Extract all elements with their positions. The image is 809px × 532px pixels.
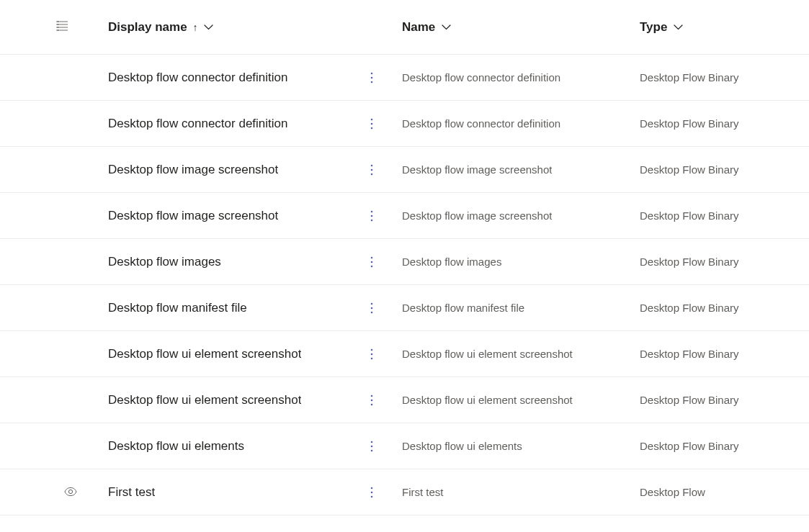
svg-point-15 <box>371 168 373 171</box>
name-cell: Desktop flow ui element screenshot <box>402 348 640 360</box>
svg-point-20 <box>371 256 373 258</box>
svg-point-12 <box>371 122 373 125</box>
more-actions-button[interactable] <box>365 252 379 272</box>
svg-point-5 <box>58 24 58 25</box>
displayname-text[interactable]: Desktop flow ui elements <box>108 439 244 454</box>
more-actions-button[interactable] <box>365 298 379 318</box>
svg-point-37 <box>371 491 373 493</box>
type-cell: Desktop Flow Binary <box>640 348 809 360</box>
filter-list-column <box>56 21 85 33</box>
table-row[interactable]: Desktop flow connector definitionDesktop… <box>0 101 809 147</box>
svg-point-16 <box>371 173 373 175</box>
name-text: Desktop flow manifest file <box>402 302 524 314</box>
type-cell: Desktop Flow Binary <box>640 394 809 406</box>
table-row[interactable]: Desktop flow manifest fileDesktop flow m… <box>0 285 809 331</box>
svg-point-28 <box>371 357 373 359</box>
table-header: Display name ↑ Name Type <box>0 0 809 55</box>
type-cell: Desktop Flow Binary <box>640 440 809 452</box>
name-cell: Desktop flow manifest file <box>402 302 640 314</box>
name-cell: Desktop flow image screenshot <box>402 163 640 176</box>
name-cell: Desktop flow ui elements <box>402 440 640 452</box>
more-actions-button[interactable] <box>365 114 379 134</box>
svg-point-32 <box>371 441 373 443</box>
svg-point-7 <box>58 30 58 31</box>
svg-point-23 <box>371 302 373 305</box>
column-header-name[interactable]: Name <box>402 20 640 35</box>
type-text: Desktop Flow Binary <box>640 256 739 268</box>
svg-point-29 <box>371 395 373 397</box>
name-cell: Desktop flow ui element screenshot <box>402 394 640 406</box>
table-row[interactable]: First testFirst testDesktop Flow <box>0 469 809 515</box>
type-cell: Desktop Flow Binary <box>640 71 809 84</box>
table-row[interactable]: Desktop flow ui element screenshotDeskto… <box>0 331 809 377</box>
displayname-text[interactable]: Desktop flow image screenshot <box>108 163 278 177</box>
table-row[interactable]: Desktop flow connector definitionDesktop… <box>0 55 809 101</box>
table-row[interactable]: Desktop flow ui element screenshotDeskto… <box>0 377 809 423</box>
svg-point-33 <box>371 445 373 447</box>
chevron-down-icon <box>441 22 451 32</box>
svg-point-25 <box>371 311 373 313</box>
svg-point-21 <box>371 261 373 263</box>
more-actions-button[interactable] <box>365 206 379 226</box>
data-table: Display name ↑ Name Type <box>0 0 809 515</box>
svg-point-10 <box>371 81 373 83</box>
chevron-down-icon <box>204 22 214 32</box>
more-actions-button[interactable] <box>365 390 379 410</box>
table-row[interactable]: Desktop flow ui elementsDesktop flow ui … <box>0 423 809 469</box>
name-text: Desktop flow image screenshot <box>402 209 552 222</box>
displayname-text[interactable]: Desktop flow connector definition <box>108 71 287 85</box>
svg-point-13 <box>371 127 373 129</box>
more-actions-button[interactable] <box>365 344 379 364</box>
column-header-type[interactable]: Type <box>640 20 809 35</box>
svg-point-30 <box>371 399 373 401</box>
type-cell: Desktop Flow Binary <box>640 117 809 130</box>
type-cell: Desktop Flow Binary <box>640 256 809 268</box>
more-actions-button[interactable] <box>365 482 379 502</box>
displayname-cell: Desktop flow ui element screenshot <box>85 344 402 364</box>
more-actions-button[interactable] <box>365 68 379 88</box>
svg-point-27 <box>371 353 373 355</box>
name-text: Desktop flow connector definition <box>402 71 560 84</box>
svg-point-6 <box>58 27 58 28</box>
displayname-text[interactable]: Desktop flow connector definition <box>108 117 287 131</box>
svg-point-34 <box>371 449 373 451</box>
type-text: Desktop Flow Binary <box>640 394 739 406</box>
svg-point-38 <box>371 495 373 497</box>
displayname-text[interactable]: Desktop flow image screenshot <box>108 209 278 223</box>
type-text: Desktop Flow Binary <box>640 71 739 84</box>
name-text: Desktop flow image screenshot <box>402 163 552 176</box>
displayname-text[interactable]: Desktop flow images <box>108 255 221 269</box>
type-text: Desktop Flow Binary <box>640 163 739 176</box>
column-header-displayname[interactable]: Display name ↑ <box>85 20 402 35</box>
row-visibility-cell <box>56 487 85 498</box>
displayname-cell: Desktop flow image screenshot <box>85 206 402 226</box>
displayname-text[interactable]: First test <box>108 485 155 500</box>
more-actions-button[interactable] <box>365 436 379 456</box>
type-cell: Desktop Flow <box>640 486 809 498</box>
type-cell: Desktop Flow Binary <box>640 163 809 176</box>
chevron-down-icon <box>673 22 683 32</box>
type-text: Desktop Flow Binary <box>640 209 739 222</box>
filter-list-icon[interactable] <box>56 21 68 33</box>
displayname-cell: Desktop flow manifest file <box>85 298 402 318</box>
table-row[interactable]: Desktop flow imagesDesktop flow imagesDe… <box>0 239 809 285</box>
column-name-label: Name <box>402 20 435 35</box>
displayname-text[interactable]: Desktop flow manifest file <box>108 301 247 315</box>
displayname-cell: Desktop flow connector definition <box>85 114 402 134</box>
name-text: Desktop flow ui element screenshot <box>402 348 573 360</box>
eye-icon <box>64 487 77 498</box>
table-row[interactable]: Desktop flow image screenshotDesktop flo… <box>0 193 809 239</box>
svg-point-17 <box>371 210 373 212</box>
svg-point-31 <box>371 403 373 405</box>
displayname-text[interactable]: Desktop flow ui element screenshot <box>108 347 301 361</box>
svg-point-9 <box>371 76 373 78</box>
svg-point-4 <box>58 22 58 22</box>
displayname-cell: Desktop flow connector definition <box>85 68 402 88</box>
svg-point-19 <box>371 219 373 221</box>
more-actions-button[interactable] <box>365 160 379 180</box>
table-body: Desktop flow connector definitionDesktop… <box>0 55 809 515</box>
name-cell: Desktop flow connector definition <box>402 71 640 84</box>
table-row[interactable]: Desktop flow image screenshotDesktop flo… <box>0 147 809 193</box>
displayname-text[interactable]: Desktop flow ui element screenshot <box>108 393 301 407</box>
type-cell: Desktop Flow Binary <box>640 302 809 314</box>
